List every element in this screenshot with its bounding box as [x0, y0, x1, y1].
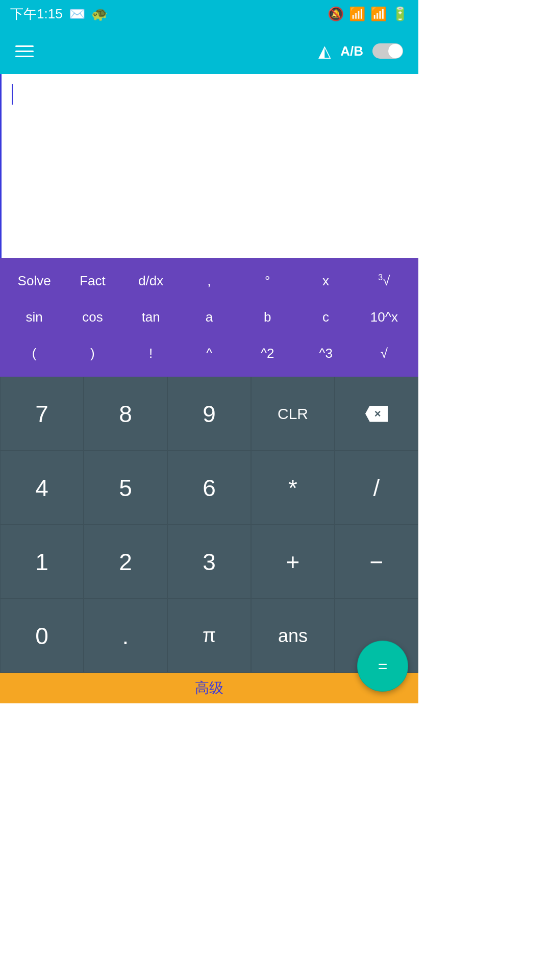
- top-bar-right: ◭ A/B: [318, 41, 403, 61]
- sci-key-x[interactable]: x: [296, 269, 355, 293]
- sci-key-factorial[interactable]: !: [122, 341, 180, 365]
- footer-label[interactable]: 高级: [195, 678, 223, 698]
- status-time: 下午1:15: [10, 5, 63, 23]
- key-4[interactable]: 4: [0, 451, 84, 525]
- key-8[interactable]: 8: [84, 377, 167, 451]
- sci-key-ddx[interactable]: d/dx: [122, 269, 180, 293]
- sci-key-b[interactable]: b: [238, 305, 296, 329]
- key-row-3: 1 2 3 + −: [0, 525, 418, 599]
- sci-key-sq[interactable]: ^2: [238, 341, 296, 365]
- key-1[interactable]: 1: [0, 525, 84, 599]
- status-bar: 下午1:15 ✉️ 🐢 🔕 📶 📶 🔋: [0, 0, 418, 28]
- key-3[interactable]: 3: [167, 525, 251, 599]
- ab-toggle[interactable]: [372, 43, 403, 59]
- backspace-icon: [365, 406, 388, 422]
- sci-key-a[interactable]: a: [180, 305, 238, 329]
- status-left: 下午1:15 ✉️ 🐢: [10, 5, 108, 23]
- key-row-1: 7 8 9 CLR: [0, 377, 418, 451]
- equals-icon: =: [378, 657, 388, 676]
- main-keyboard: 7 8 9 CLR 4 5 6 * / 1 2 3 + − 0 . π ans: [0, 377, 418, 673]
- wifi-icon: 📶: [349, 6, 365, 22]
- ab-label: A/B: [340, 43, 363, 59]
- footer: 高级: [0, 673, 418, 703]
- equals-button[interactable]: =: [357, 641, 408, 692]
- sci-row-2: sin cos tan a b c 10^x: [0, 299, 418, 335]
- sci-key-cos[interactable]: cos: [63, 305, 121, 329]
- sci-key-10x[interactable]: 10^x: [355, 305, 413, 329]
- key-divide[interactable]: /: [335, 451, 418, 525]
- key-2[interactable]: 2: [84, 525, 167, 599]
- sci-key-cb[interactable]: ^3: [296, 341, 355, 365]
- key-pi[interactable]: π: [167, 599, 251, 673]
- sci-key-tan[interactable]: tan: [122, 305, 180, 329]
- battery-icon: 🔋: [392, 6, 408, 22]
- sci-key-sqrt[interactable]: √: [355, 341, 413, 365]
- sci-row-3: ( ) ! ^ ^2 ^3 √: [0, 335, 418, 372]
- key-ans[interactable]: ans: [251, 599, 335, 673]
- key-dot[interactable]: .: [84, 599, 167, 673]
- cursor: [12, 84, 13, 105]
- sci-key-rparen[interactable]: ): [63, 341, 121, 365]
- sci-key-c[interactable]: c: [296, 305, 355, 329]
- key-backspace[interactable]: [335, 377, 418, 451]
- status-mail-icon: ✉️: [69, 6, 85, 22]
- signal-muted-icon: 🔕: [328, 6, 344, 22]
- sci-key-cbrt[interactable]: 3√: [355, 269, 413, 293]
- sci-key-lparen[interactable]: (: [5, 341, 63, 365]
- status-app-icon: 🐢: [91, 6, 108, 22]
- key-row-4: 0 . π ans: [0, 599, 418, 673]
- top-bar: ◭ A/B: [0, 28, 418, 74]
- cellular-icon: 📶: [370, 6, 387, 22]
- sci-key-sin[interactable]: sin: [5, 305, 63, 329]
- toggle-knob: [388, 44, 403, 58]
- key-multiply[interactable]: *: [251, 451, 335, 525]
- sci-key-fact[interactable]: Fact: [63, 269, 121, 293]
- sci-row-1: Solve Fact d/dx , ° x 3√: [0, 263, 418, 299]
- status-right: 🔕 📶 📶 🔋: [328, 6, 408, 22]
- key-5[interactable]: 5: [84, 451, 167, 525]
- key-clr[interactable]: CLR: [251, 377, 335, 451]
- key-row-2: 4 5 6 * /: [0, 451, 418, 525]
- sci-key-comma[interactable]: ,: [180, 269, 238, 293]
- sci-key-solve[interactable]: Solve: [5, 269, 63, 293]
- scientific-keyboard: Solve Fact d/dx , ° x 3√ sin cos tan a b…: [0, 258, 418, 377]
- sci-key-degree[interactable]: °: [238, 269, 296, 293]
- menu-button[interactable]: [15, 45, 34, 57]
- input-area[interactable]: [0, 74, 418, 258]
- key-0[interactable]: 0: [0, 599, 84, 673]
- history-icon[interactable]: ◭: [318, 41, 331, 61]
- key-9[interactable]: 9: [167, 377, 251, 451]
- key-minus[interactable]: −: [335, 525, 418, 599]
- key-plus[interactable]: +: [251, 525, 335, 599]
- key-7[interactable]: 7: [0, 377, 84, 451]
- sci-key-caret[interactable]: ^: [180, 341, 238, 365]
- key-6[interactable]: 6: [167, 451, 251, 525]
